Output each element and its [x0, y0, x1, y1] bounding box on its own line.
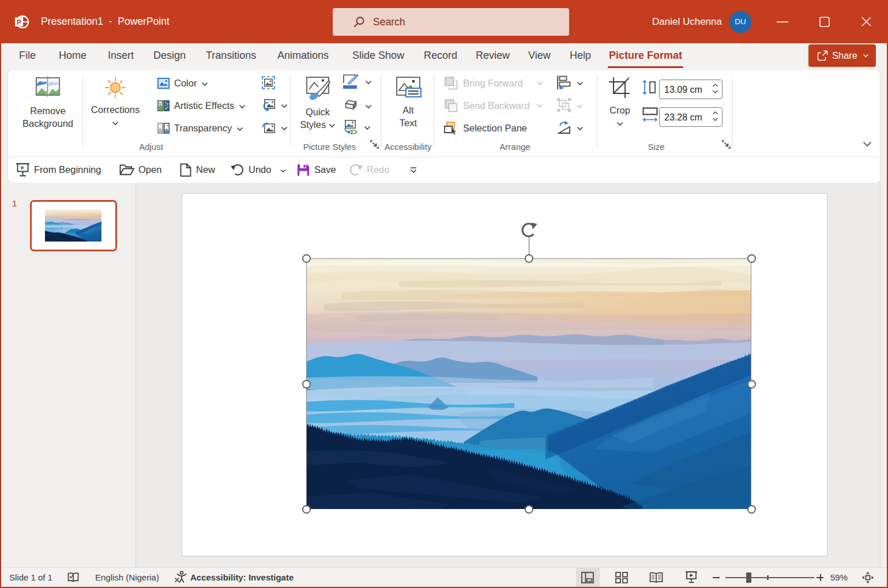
svg-text:P: P [17, 18, 21, 27]
